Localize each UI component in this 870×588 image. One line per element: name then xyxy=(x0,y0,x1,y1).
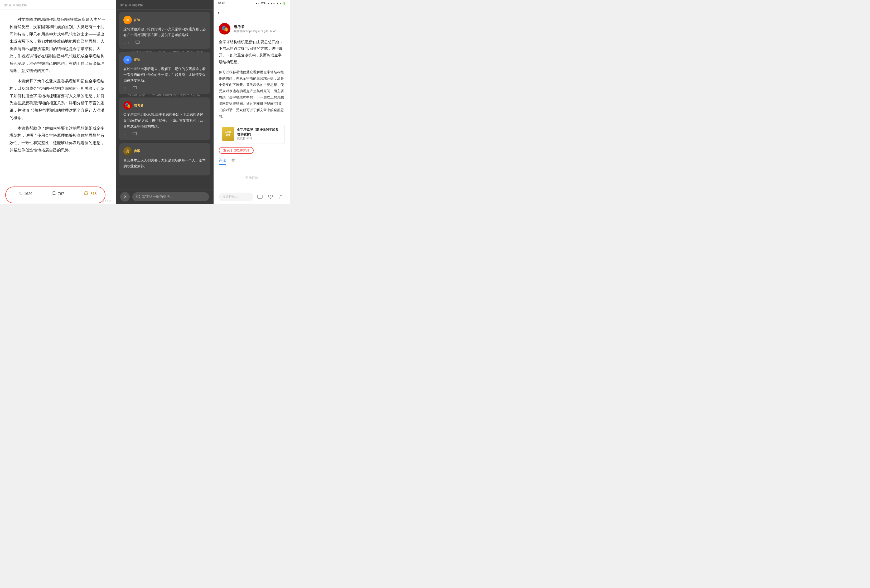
like-button[interactable]: 1626 xyxy=(9,189,42,198)
reply-action-1[interactable] xyxy=(136,40,140,45)
svg-rect-3 xyxy=(133,132,137,135)
comment-bottom-icon[interactable] xyxy=(256,193,264,201)
book-card[interactable]: 金字塔原理 金字塔原理（麦肯锡40年经典培训教材） 芭芭拉·明托 xyxy=(219,124,285,144)
comment-text-2: 表述一些让大家听进去，理解了，记住的东西很难，看一看是否能够让受众心头一震，引起… xyxy=(124,66,206,83)
avatar-2: 途 xyxy=(124,56,132,64)
username-2: 征途 xyxy=(134,58,140,62)
author-info: 思考者 我的博客:https://sykent.github.io/ xyxy=(234,25,276,33)
wifi-icon: WiFi xyxy=(261,2,267,5)
signal-bars-2: ▲▲ xyxy=(276,2,282,5)
like-action-1[interactable]: ♡ 1 xyxy=(124,41,129,45)
repost-button[interactable]: 813 xyxy=(74,189,106,199)
comment-text-1: 这句话很关键，给我指明了不光只是学习沟通方面，还有在生活处理琐事方面，提供了思考… xyxy=(124,26,206,38)
heart-icon xyxy=(19,191,23,196)
battery-full-icon: 🔋 xyxy=(283,2,286,5)
right-bottom-bar: 发表评论... xyxy=(213,190,290,204)
svg-rect-5 xyxy=(258,195,262,198)
username-1: 征途 xyxy=(134,18,140,22)
comment-input-icon xyxy=(136,195,140,199)
comment-input-right[interactable]: 发表评论... xyxy=(219,193,253,201)
comment-header-1: 途 征途 xyxy=(124,16,206,24)
right-panel: 10:48 ● □ WiFi ▲▲▲ ▲▲ 🔋 ‹ 🎭 思考者 我的博客:htt… xyxy=(213,0,290,204)
like-action-3[interactable]: ♡ xyxy=(124,132,126,136)
book-cover-text: 金字塔原理 xyxy=(225,131,231,137)
status-bar: 10:48 ● □ WiFi ▲▲▲ ▲▲ 🔋 xyxy=(213,0,290,6)
heart-bottom-icon[interactable] xyxy=(267,193,274,201)
mid-scroll[interactable]: 类的一种自然反应，没有国籍和民族的区别。人类 还有一个共同的特点，即只有用某种方… xyxy=(116,9,213,204)
signal-icon: □ xyxy=(258,2,260,5)
comment-actions-1: ♡ 1 xyxy=(124,40,206,45)
reply-icon-3 xyxy=(133,132,137,137)
tab-comments[interactable]: 评论 xyxy=(219,158,226,165)
avatar-text-1: 途 xyxy=(126,18,129,22)
article-title: 金字塔结构组织思想:由主要思想开始→下层思想通过疑问/回答的方式，进行展开。→如… xyxy=(219,39,285,65)
comment-card-4: 龚 龚毅 其实基本上人人都需要，尤其是职场的每一个人。基本的职业化素养。 xyxy=(119,143,210,175)
like-count: 1626 xyxy=(24,192,33,196)
author-blog[interactable]: 我的博客:https://sykent.github.io/ xyxy=(234,29,276,33)
page-number: 17 / 414 xyxy=(101,199,112,202)
signal-bars-1: ▲▲▲ xyxy=(268,2,276,5)
mid-header: 第1篇 表达的逻辑 xyxy=(116,0,213,9)
heart-icon-1: ♡ xyxy=(124,41,126,45)
left-panel: 第1篇 表达的逻辑 对文章阐述的思想作出疑问/回答式反应是人类的一种自然反应，没… xyxy=(0,0,116,204)
close-button[interactable]: ✕ xyxy=(120,192,130,202)
like-num-1: 1 xyxy=(127,41,129,45)
publish-date: 发表于 2018/3/31 xyxy=(219,147,253,154)
reply-action-2[interactable] xyxy=(133,86,137,91)
share-bottom-icon[interactable] xyxy=(277,193,285,201)
svg-rect-2 xyxy=(133,86,137,89)
back-arrow-icon[interactable]: ‹ xyxy=(218,9,222,16)
repost-icon xyxy=(83,191,89,196)
comment-card-1: 途 征途 这句话很关键，给我指明了不光只是学习沟通方面，还有在生活处理琐事方面，… xyxy=(119,12,210,49)
author-avatar-emoji: 🎭 xyxy=(221,25,228,32)
avatar-3: 🎭 xyxy=(124,101,132,110)
tab-likes[interactable]: 赞 xyxy=(231,158,235,165)
author-row: 🎭 思考者 我的博客:https://sykent.github.io/ xyxy=(219,23,285,34)
mid-comment-placeholder: 写下这一刻的想法... xyxy=(142,195,173,199)
right-article-content: 🎭 思考者 我的博客:https://sykent.github.io/ 金字塔… xyxy=(213,19,290,190)
comment-card-2: 途 征途 表述一些让大家听进去，理解了，记住的东西很难，看一看是否能够让受众心头… xyxy=(119,52,210,94)
comment-card-3: 🎭 思考者 金字塔结构组织思想:由主要思想开始→下层思想通过疑问/回答的方式，进… xyxy=(119,98,210,140)
book-cover: 金字塔原理 xyxy=(222,127,234,141)
author-name: 思考者 xyxy=(234,25,276,29)
comment-header-3: 🎭 思考者 xyxy=(124,101,206,110)
left-para-2: 本篇解释了为什么受众最容易理解和记住金字塔结构，以及组成金字塔的子结构之间如何互… xyxy=(9,77,106,122)
article-body: 你可以很容易地使受众理解用金字塔结构组织的思想：先从金字塔的最顶端开始，沿各个分… xyxy=(219,69,285,120)
status-time: 10:48 xyxy=(218,1,225,5)
book-info: 金字塔原理（麦肯锡40年经典培训教材） 芭芭拉·明托 xyxy=(237,127,281,141)
avatar-text-2: 途 xyxy=(126,58,129,62)
status-icons: ● □ WiFi ▲▲▲ ▲▲ 🔋 xyxy=(256,2,286,5)
battery-icon: ● xyxy=(256,2,257,5)
reply-action-3[interactable] xyxy=(133,132,137,137)
mid-comment-input[interactable]: 写下这一刻的想法... xyxy=(133,192,209,201)
avatar-1: 途 xyxy=(124,16,132,24)
comment-actions-3: ♡ xyxy=(124,132,206,137)
comment-header-4: 龚 龚毅 xyxy=(124,147,206,156)
username-4: 龚毅 xyxy=(134,149,140,153)
repost-count: 813 xyxy=(91,192,97,196)
no-comment-text: 暂无评论 xyxy=(219,171,285,186)
mid-bottom-bar: ✕ 写下这一刻的想法... xyxy=(116,189,213,204)
like-action-2[interactable]: ♡ xyxy=(124,87,126,91)
right-nav: ‹ xyxy=(213,6,290,19)
left-para-1: 对文章阐述的思想作出疑问/回答式反应是人类的一种自然反应，没有国籍和民族的区别。… xyxy=(9,16,106,74)
comments-overlay: 途 征途 这句话很关键，给我指明了不光只是学习沟通方面，还有在生活处理琐事方面，… xyxy=(116,9,213,178)
comment-header-2: 途 征途 xyxy=(124,56,206,64)
book-author: 芭芭拉·明托 xyxy=(237,137,281,141)
left-footer: 1626 767 813 17 / 414 xyxy=(0,184,116,204)
reply-icon-2 xyxy=(133,86,137,91)
left-header: 第1篇 表达的逻辑 xyxy=(0,0,116,9)
tabs-row: 评论 赞 xyxy=(219,158,285,167)
comment-button[interactable]: 767 xyxy=(42,189,74,198)
heart-icon-3: ♡ xyxy=(124,132,126,136)
svg-rect-1 xyxy=(136,41,140,43)
middle-panel: 第1篇 表达的逻辑 类的一种自然反应，没有国籍和民族的区别。人类 还有一个共同的… xyxy=(116,0,213,204)
author-avatar: 🎭 xyxy=(219,23,231,34)
reply-icon-1 xyxy=(136,40,140,45)
left-para-3: 本篇将帮助你了解如何将要表达的思想组织成金字塔结构，说明了使用金字塔原理能够检查… xyxy=(9,125,106,154)
book-title: 金字塔原理（麦肯锡40年经典培训教材） xyxy=(237,127,281,137)
comment-text-3: 金字塔结构组织思想:由主要思想开始→下层思想通过疑问/回答的方式，进行展开。→如… xyxy=(124,112,206,129)
avatar-text-4: 龚 xyxy=(126,149,130,154)
comment-text-4: 其实基本上人人都需要，尤其是职场的每一个人。基本的职业化素养。 xyxy=(124,157,206,169)
comment-icon xyxy=(52,191,57,196)
